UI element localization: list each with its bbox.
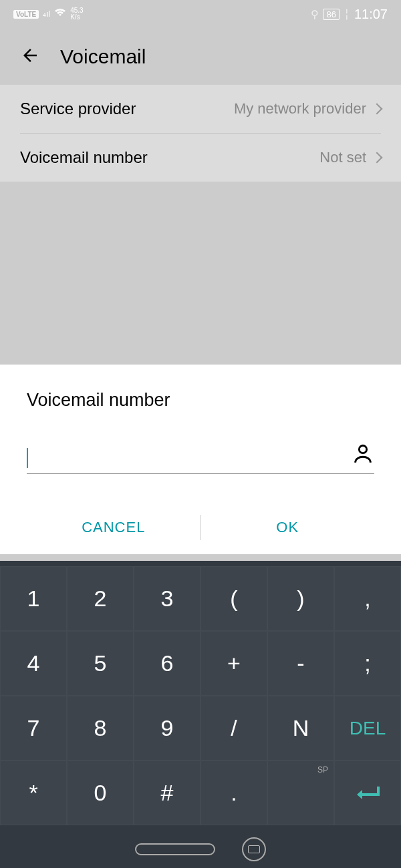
battery-icon: 86 (323, 9, 339, 20)
key-hash[interactable]: # (134, 761, 200, 825)
settings-list: Service provider My network provider Voi… (0, 85, 401, 182)
cancel-button[interactable]: CANCEL (27, 519, 200, 536)
key-paren-close[interactable]: ) (267, 566, 334, 631)
page-title: Voicemail (60, 45, 146, 68)
svg-point-0 (359, 445, 366, 453)
ok-button[interactable]: OK (201, 519, 375, 536)
dialog-title: Voicemail number (27, 390, 374, 411)
key-dot[interactable]: . (200, 761, 267, 825)
key-1[interactable]: 1 (0, 566, 67, 631)
key-8[interactable]: 8 (67, 696, 134, 761)
voicemail-number-dialog: Voicemail number CANCEL OK (0, 365, 401, 554)
clock: 11:07 (354, 7, 388, 22)
input-row (27, 443, 374, 474)
key-minus[interactable]: - (267, 631, 334, 696)
key-9[interactable]: 9 (134, 696, 200, 761)
home-button[interactable] (135, 843, 215, 855)
key-2[interactable]: 2 (67, 566, 134, 631)
setting-value: Not set (319, 149, 366, 166)
nav-bar (0, 831, 401, 868)
volte-badge: VoLTE (13, 10, 39, 19)
setting-value: My network provider (234, 100, 366, 118)
status-left: VoLTE ₄ıl 45.3 K/s (13, 7, 84, 21)
status-bar: VoLTE ₄ıl 45.3 K/s ⚲ 86 ╎ 11:07 (0, 0, 401, 28)
key-n[interactable]: N (267, 696, 334, 761)
bluetooth-icon: ⚲ (311, 8, 319, 21)
voicemail-number-row[interactable]: Voicemail number Not set (0, 134, 401, 182)
status-right: ⚲ 86 ╎ 11:07 (311, 7, 388, 22)
key-star[interactable]: * (0, 761, 67, 825)
key-4[interactable]: 4 (0, 631, 67, 696)
key-delete[interactable]: DEL (334, 696, 401, 761)
key-0[interactable]: 0 (67, 761, 134, 825)
key-3[interactable]: 3 (134, 566, 200, 631)
chevron-right-icon (372, 103, 383, 115)
signal-icon: ₄ıl (43, 9, 50, 19)
key-paren-open[interactable]: ( (200, 566, 267, 631)
back-icon[interactable] (20, 45, 40, 68)
key-comma[interactable]: , (334, 566, 401, 631)
keyboard-toggle-icon[interactable] (242, 837, 266, 861)
voicemail-number-input[interactable] (28, 448, 352, 468)
app-header: Voicemail (0, 28, 401, 85)
key-enter[interactable] (334, 761, 401, 825)
contact-icon[interactable] (352, 443, 374, 468)
key-semicolon[interactable]: ; (334, 631, 401, 696)
key-slash[interactable]: / (200, 696, 267, 761)
key-plus[interactable]: + (200, 631, 267, 696)
key-6[interactable]: 6 (134, 631, 200, 696)
wifi-icon (54, 8, 66, 20)
numeric-keyboard: 1 2 3 ( ) , 4 5 6 + - ; 7 8 9 / N DEL * … (0, 561, 401, 868)
chevron-right-icon (372, 152, 383, 164)
setting-label: Service provider (20, 99, 136, 118)
setting-label: Voicemail number (20, 148, 148, 167)
key-space[interactable]: SP (267, 761, 334, 825)
key-7[interactable]: 7 (0, 696, 67, 761)
network-speed: 45.3 K/s (70, 7, 83, 21)
dialog-actions: CANCEL OK (27, 501, 374, 554)
key-5[interactable]: 5 (67, 631, 134, 696)
service-provider-row[interactable]: Service provider My network provider (0, 85, 401, 133)
